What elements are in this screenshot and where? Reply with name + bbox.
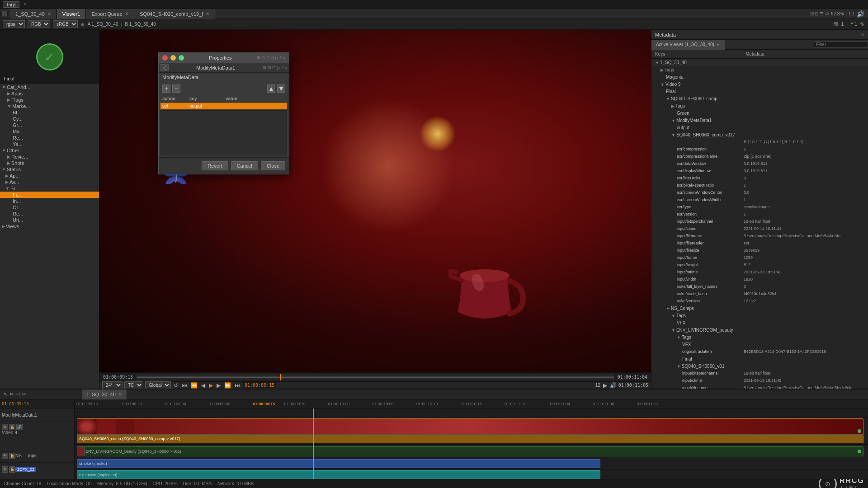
meta-row-video9[interactable]: ▼Video 9 xyxy=(651,80,868,88)
clip-smoke[interactable]: smoke (smoke) xyxy=(77,459,600,468)
tree-item-ap[interactable]: ▶ Ap... xyxy=(0,173,99,179)
meta-row-tags4[interactable]: ▼Tags xyxy=(651,333,868,341)
global-select[interactable]: Global xyxy=(145,381,171,389)
next-frame-btn[interactable]: ⏭ xyxy=(234,382,241,389)
clip-explosion[interactable]: explosion (explosion) xyxy=(77,470,600,479)
dialog-titlebar[interactable]: Properties ⊞ ⊟ ⊡ ◁ ▷ ? × xyxy=(159,53,289,63)
meta-row-modifymeta[interactable]: ▼ModifyMetaData1 xyxy=(651,117,868,124)
cancel-button[interactable]: Cancel xyxy=(231,161,258,170)
framerate-select[interactable]: 24* xyxy=(102,381,123,389)
filter-input[interactable] xyxy=(814,41,868,48)
dialog-content: + − ▲ ▼ actio xyxy=(159,82,289,157)
viewer-image: Properties ⊞ ⊟ ⊡ ◁ ▷ ? × ◁ ModifyMetaDat… xyxy=(99,30,651,372)
metadata-tab[interactable]: Active Viewer (1_SQ_30_40) ▼ xyxy=(651,40,725,50)
loop-btn[interactable]: ↺ xyxy=(173,382,179,389)
properties-dialog[interactable]: Properties ⊞ ⊟ ⊡ ◁ ▷ ? × ◁ ModifyMetaDat… xyxy=(158,52,289,174)
clip-ns-mps[interactable]: ENV_LIVINGROOM_beauty (SQ040_SH0060 > v0… xyxy=(77,446,863,456)
timeline-tab-close[interactable]: ✕ xyxy=(118,392,122,397)
timeline-tool-trim[interactable]: ⊣ xyxy=(15,391,20,397)
meta-row-tags3[interactable]: ▼Tags xyxy=(651,312,868,319)
tab-close-0[interactable]: ✕ xyxy=(47,11,51,16)
track-lock-icon[interactable]: 🔒 xyxy=(9,424,15,430)
tree-item-fi[interactable]: Fi... xyxy=(0,192,99,198)
prev-frame-btn[interactable]: ⏮ xyxy=(181,382,188,389)
dialog-close-btn[interactable] xyxy=(162,55,168,61)
tab-export-queue[interactable]: Export Queue ✕ xyxy=(86,9,134,19)
track-link-icon[interactable]: 🔗 xyxy=(16,424,23,430)
fps-right-btn[interactable]: ▶ xyxy=(602,382,608,389)
tree-item-un[interactable]: Un... xyxy=(0,217,99,223)
track-eye-2-icon[interactable]: 👁 xyxy=(2,453,8,459)
clip-video9[interactable]: SQ040_SH0060_comp (SQ040_SH0060_comp > v… xyxy=(77,418,863,443)
timeline-tool-arrow[interactable]: ↖ xyxy=(4,391,8,397)
move-up-button[interactable]: ▲ xyxy=(267,84,275,93)
channel-select[interactable]: rgba xyxy=(3,20,25,28)
meta-row-sq3040[interactable]: ▼1_SQ_30_40 xyxy=(651,59,868,66)
timeline-tool-cut[interactable]: ✂ xyxy=(22,391,26,397)
meta-row-ns-comps[interactable]: ▼NS_Comps xyxy=(651,305,868,312)
tree-item-re2[interactable]: Re... xyxy=(0,211,99,217)
add-row-button[interactable]: + xyxy=(162,84,170,93)
tree-item-re[interactable]: Re... xyxy=(0,135,99,141)
timeline-tool-select[interactable]: ⇐ xyxy=(9,391,14,397)
remove-row-button[interactable]: − xyxy=(172,84,180,93)
tab-comp[interactable]: SQ040_SH020_comp_v19_f ✕ xyxy=(134,9,215,19)
tree-item-gr[interactable]: Gr... xyxy=(0,122,99,128)
tc-mode-select[interactable]: TC xyxy=(124,381,143,389)
step-fwd-btn[interactable]: ⏩ xyxy=(223,382,232,389)
tree-item-cy[interactable]: Cy... xyxy=(0,116,99,122)
tree-item-revie[interactable]: ▶ Revie... xyxy=(0,154,99,160)
tree-item-status[interactable]: ▼ Status... xyxy=(0,166,99,173)
tree-item-ma[interactable]: Ma... xyxy=(0,128,99,135)
tree-item-apps[interactable]: ▶ Apps xyxy=(0,90,99,97)
timeline-tab-sq3040[interactable]: 1_SQ_30_40 ✕ xyxy=(82,389,127,399)
thumbnail-area: ✓ Final xyxy=(0,30,99,84)
meta-row-exr-datawindow: exr/dataWindow 0,0,1919,811 xyxy=(651,160,868,167)
tree-item-bl2[interactable]: ▼ Bl... xyxy=(0,185,99,192)
revert-button[interactable]: Revert xyxy=(202,161,228,170)
meta-row-tags2[interactable]: ▶Tags xyxy=(651,102,868,109)
dialog-back-btn[interactable]: ◁ xyxy=(160,64,169,71)
tree-item-views[interactable]: ▶ Views xyxy=(0,223,99,230)
meta-row-sq0060v01[interactable]: ▼SQ040_SH0060_v01 xyxy=(651,362,868,370)
lut-select[interactable]: sRGB xyxy=(53,20,78,28)
tree-item-av[interactable]: ▶ Av... xyxy=(0,179,99,185)
scrubber-bar xyxy=(137,376,614,378)
tree-item-in[interactable]: In... xyxy=(0,198,99,204)
meta-row-env-living[interactable]: ▼ENV_LIVINGROOM_beauty xyxy=(651,326,868,333)
close-button[interactable]: Close xyxy=(261,161,285,170)
tree-item-flags[interactable]: ▶ Flags xyxy=(0,97,99,103)
tree-item-marker[interactable]: ▼ Marke... xyxy=(0,103,99,109)
tree-item-bl[interactable]: Bl... xyxy=(0,109,99,116)
meta-row-input-ctime: input/ctime 2021-09-14 10:11:41 xyxy=(651,225,868,232)
track-eye-icon[interactable]: 👁 xyxy=(2,424,8,430)
next-btn[interactable]: ▶ xyxy=(216,382,222,389)
meta-row-sq0060comp[interactable]: ▼SQ040_SH0060_comp xyxy=(651,95,868,102)
tab-close-3[interactable]: ✕ xyxy=(206,11,209,16)
play-btn[interactable]: ▶ xyxy=(208,382,214,389)
step-back-btn[interactable]: ⏪ xyxy=(190,382,198,389)
metadata-column-headers: Keys Metadata xyxy=(651,50,868,59)
tree-item-cat-and[interactable]: ▼ Cat_And... xyxy=(0,84,99,90)
move-down-button[interactable]: ▼ xyxy=(277,84,285,93)
track-lock-3-icon[interactable]: 🔒 xyxy=(9,466,15,473)
timeline-current-time: 01:00:09:15 xyxy=(2,402,29,406)
tree-item-other[interactable]: ▼ Other xyxy=(0,147,99,154)
track-eye-3-icon[interactable]: 👁 xyxy=(2,466,8,473)
dialog-max-btn[interactable] xyxy=(179,55,184,61)
tree-item-or[interactable]: Or... xyxy=(0,204,99,211)
timeline-ruler-area[interactable]: 01:00:08:16 01:00:08:23 01:00:09:04 01:0… xyxy=(75,399,868,479)
table-row[interactable]: set output xyxy=(160,103,287,110)
dialog-min-btn[interactable] xyxy=(170,55,176,61)
colorspace-select[interactable]: RGB xyxy=(28,20,50,28)
tab-viewer1[interactable]: Viewer1 xyxy=(57,9,86,19)
prev-btn[interactable]: ◀ xyxy=(200,382,206,389)
meta-row-tags1[interactable]: ▶Tags xyxy=(651,66,868,73)
meta-row-sq0060v17[interactable]: ▼SQ040_SH0060_comp_v017 xyxy=(651,131,868,138)
tab-sq3040[interactable]: 1_SQ_30_40 ✕ xyxy=(10,9,57,19)
scrubber[interactable] xyxy=(137,374,614,380)
tree-item-shots[interactable]: ▶ Shots xyxy=(0,160,99,166)
tab-close-2[interactable]: ✕ xyxy=(125,11,128,16)
tree-item-ye[interactable]: Ye... xyxy=(0,141,99,147)
track-lock-2-icon[interactable]: 🔒 xyxy=(9,453,15,459)
